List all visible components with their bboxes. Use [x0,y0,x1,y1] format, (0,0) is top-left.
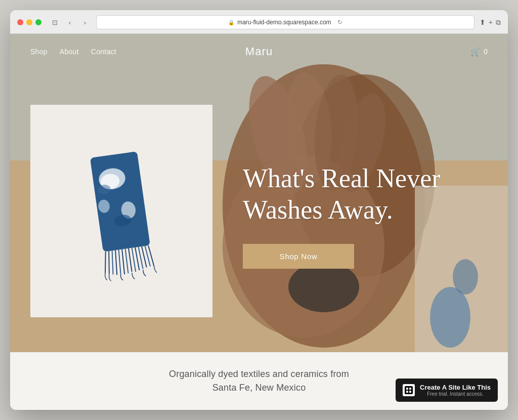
hero-headline: What's Real Never Washes Away. [243,163,488,226]
traffic-lights [17,19,41,25]
website: Shop About Contact Maru 🛒 0 [10,34,508,410]
browser-window: ⊡ ‹ › 🔒 maru-fluid-demo.squarespace.com … [10,10,508,410]
svg-line-22 [110,250,115,274]
share-button[interactable]: ⬆ [480,18,486,26]
hero-content: What's Real Never Washes Away. Shop Now [212,153,488,269]
svg-line-28 [132,247,136,271]
tagline2: Santa Fe, New Mexico [169,381,349,395]
tagline: Organically dyed textiles and ceramics f… [169,367,349,381]
nav-left: Shop About Contact [30,48,183,56]
svg-line-24 [117,249,122,274]
tagline-wrapper: Organically dyed textiles and ceramics f… [169,367,349,395]
svg-rect-35 [406,388,408,390]
create-site-badge[interactable]: Create A Site Like This Free trial. Inst… [396,379,498,402]
nav-about[interactable]: About [60,48,79,56]
hero-body: What's Real Never Washes Away. Shop Now [10,69,508,352]
svg-rect-34 [405,386,413,394]
close-button[interactable] [17,19,23,25]
browser-controls: ⊡ ‹ › [49,16,91,28]
browser-actions: ⬆ + ⧉ [480,18,501,27]
nav-right: 🛒 0 [335,47,488,57]
shop-now-button[interactable]: Shop Now [243,244,354,269]
brand-name: Maru [183,45,335,58]
cart-count: 0 [484,48,488,56]
browser-chrome: ⊡ ‹ › 🔒 maru-fluid-demo.squarespace.com … [10,10,508,34]
nav-contact[interactable]: Contact [91,48,116,56]
nav-shop[interactable]: Shop [30,48,48,56]
address-bar[interactable]: 🔒 maru-fluid-demo.squarespace.com ↻ [96,15,474,29]
tabs-button[interactable]: ⧉ [496,18,501,27]
svg-line-20 [102,251,108,273]
svg-rect-36 [409,388,411,390]
svg-line-25 [121,249,125,274]
svg-line-27 [128,248,132,271]
product-card [30,105,212,317]
minimize-button[interactable] [26,19,32,25]
svg-rect-37 [406,391,408,393]
lock-icon: 🔒 [228,20,234,25]
navbar: Shop About Contact Maru 🛒 0 [10,34,508,69]
hero-section: Shop About Contact Maru 🛒 0 [10,34,508,352]
bottom-section: Organically dyed textiles and ceramics f… [10,352,508,410]
svg-rect-13 [90,151,150,252]
svg-line-26 [125,248,129,273]
refresh-button[interactable]: ↻ [337,19,342,26]
back-button[interactable]: ‹ [64,16,76,28]
cart-icon[interactable]: 🛒 [470,47,481,57]
url-text: maru-fluid-demo.squarespace.com [237,19,331,26]
badge-title: Create A Site Like This [420,384,491,391]
forward-button[interactable]: › [79,16,91,28]
maximize-button[interactable] [35,19,41,25]
product-image [66,135,177,287]
window-layout-button[interactable]: ⊡ [49,16,61,28]
svg-line-29 [135,247,139,270]
new-tab-button[interactable]: + [489,18,493,26]
badge-subtitle: Free trial. Instant access. [420,391,491,397]
badge-content: Create A Site Like This Free trial. Inst… [420,384,491,397]
svg-line-21 [106,251,112,274]
squarespace-logo [403,384,415,396]
svg-rect-38 [409,391,411,393]
svg-line-23 [113,250,118,275]
